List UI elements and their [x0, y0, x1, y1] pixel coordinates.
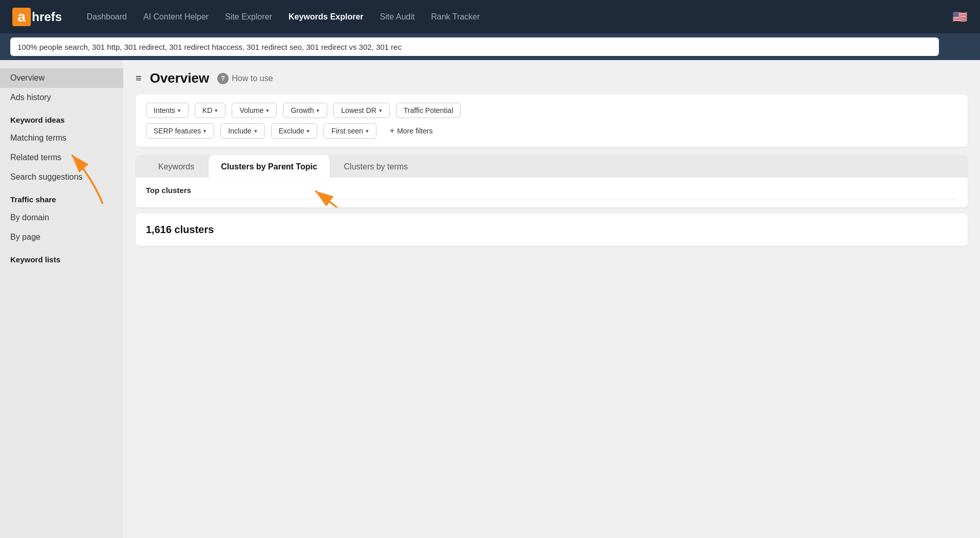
more-filters-label: More filters	[397, 127, 432, 135]
sidebar-item-overview[interactable]: Overview	[0, 68, 123, 88]
top-nav: a hrefs Dashboard AI Content Helper Site…	[0, 0, 980, 33]
sidebar-item-search-suggestions[interactable]: Search suggestions	[0, 167, 123, 187]
filter-row-1: Intents ▾ KD ▾ Volume ▾ Growth ▾	[146, 103, 957, 118]
content-area: ≡ Overview ? How to use Intents ▾ KD ▾	[123, 60, 980, 538]
chevron-down-icon: ▾	[203, 128, 206, 134]
filter-volume[interactable]: Volume ▾	[232, 103, 277, 118]
nav-keywords-explorer[interactable]: Keywords Explorer	[289, 12, 364, 22]
nav-dashboard[interactable]: Dashboard	[87, 12, 127, 22]
filter-first-seen-label: First seen	[331, 127, 363, 135]
filter-exclude-label: Exclude	[279, 127, 305, 135]
sidebar-section-keyword-lists: Keyword lists	[0, 247, 123, 268]
filter-row-2: SERP features ▾ Include ▾ Exclude ▾ Firs…	[146, 123, 957, 139]
tab-content: Top clusters	[136, 178, 968, 207]
nav-ai-content-helper[interactable]: AI Content Helper	[143, 12, 209, 22]
filter-include[interactable]: Include ▾	[220, 123, 265, 139]
more-filters-button[interactable]: + More filters	[383, 123, 440, 139]
sidebar-item-by-page[interactable]: By page	[0, 227, 123, 247]
top-clusters-header: Top clusters	[146, 186, 957, 199]
tabs-card: Keywords Clusters by Parent Topic Cluste…	[136, 155, 968, 207]
chevron-down-icon: ▾	[178, 107, 181, 114]
sidebar-item-by-domain[interactable]: By domain	[0, 208, 123, 227]
filter-volume-label: Volume	[239, 106, 263, 114]
tabs-header: Keywords Clusters by Parent Topic Cluste…	[136, 155, 968, 178]
logo-hrefs-text: hrefs	[32, 10, 62, 24]
tab-clusters-parent-topic[interactable]: Clusters by Parent Topic	[209, 155, 329, 178]
filter-lowest-dr-label: Lowest DR	[341, 106, 376, 114]
clusters-count-label: 1,616 clusters	[146, 224, 214, 235]
filter-kd[interactable]: KD ▾	[195, 103, 225, 118]
search-bar	[0, 33, 980, 60]
chevron-down-icon: ▾	[254, 128, 257, 134]
filter-serp-features-label: SERP features	[154, 127, 201, 135]
how-to-use-label: How to use	[232, 74, 273, 83]
plus-icon: +	[390, 126, 394, 136]
sidebar-section-keyword-ideas: Keyword ideas	[0, 107, 123, 128]
filter-first-seen[interactable]: First seen ▾	[324, 123, 376, 139]
filter-exclude[interactable]: Exclude ▾	[271, 123, 318, 139]
chevron-down-icon: ▾	[307, 128, 310, 134]
filter-traffic-potential[interactable]: Traffic Potential	[396, 103, 461, 118]
page-header: ≡ Overview ? How to use	[136, 70, 968, 86]
filter-kd-label: KD	[202, 106, 212, 114]
chevron-down-icon: ▾	[379, 107, 382, 114]
logo-a-letter: a	[12, 8, 31, 26]
filter-growth[interactable]: Growth ▾	[283, 103, 327, 118]
tab-keywords[interactable]: Keywords	[146, 155, 206, 178]
chevron-down-icon: ▾	[266, 107, 269, 114]
sidebar-item-matching-terms[interactable]: Matching terms	[0, 128, 123, 148]
main-layout: Overview Ads history Keyword ideas Match…	[0, 60, 980, 538]
nav-rank-tracker[interactable]: Rank Tracker	[431, 12, 480, 22]
filter-serp-features[interactable]: SERP features ▾	[146, 123, 214, 139]
flag-icon: 🇺🇸	[952, 10, 968, 24]
filter-include-label: Include	[228, 127, 251, 135]
chevron-down-icon: ▾	[215, 107, 218, 114]
filter-lowest-dr[interactable]: Lowest DR ▾	[333, 103, 389, 118]
filter-intents-label: Intents	[154, 106, 175, 114]
page-wrapper: a hrefs Dashboard AI Content Helper Site…	[0, 0, 980, 538]
search-input[interactable]	[10, 37, 939, 56]
help-icon: ?	[217, 73, 229, 84]
tab-clusters-terms[interactable]: Clusters by terms	[332, 155, 420, 178]
sidebar-item-ads-history[interactable]: Ads history	[0, 88, 123, 107]
filter-growth-label: Growth	[291, 106, 314, 114]
sidebar-section-traffic-share: Traffic share	[0, 187, 123, 208]
logo[interactable]: a hrefs	[12, 8, 62, 26]
chevron-down-icon: ▾	[366, 128, 369, 134]
page-title: Overview	[150, 70, 210, 86]
nav-site-audit[interactable]: Site Audit	[380, 12, 415, 22]
sidebar-item-related-terms[interactable]: Related terms	[0, 148, 123, 167]
filters-card: Intents ▾ KD ▾ Volume ▾ Growth ▾	[136, 94, 968, 147]
sidebar: Overview Ads history Keyword ideas Match…	[0, 60, 123, 538]
hamburger-icon[interactable]: ≡	[136, 72, 142, 84]
nav-site-explorer[interactable]: Site Explorer	[225, 12, 272, 22]
clusters-count-section: 1,616 clusters	[136, 214, 968, 246]
chevron-down-icon: ▾	[316, 107, 319, 114]
filter-intents[interactable]: Intents ▾	[146, 103, 189, 118]
filter-traffic-potential-label: Traffic Potential	[404, 106, 454, 114]
how-to-use-button[interactable]: ? How to use	[217, 73, 273, 84]
